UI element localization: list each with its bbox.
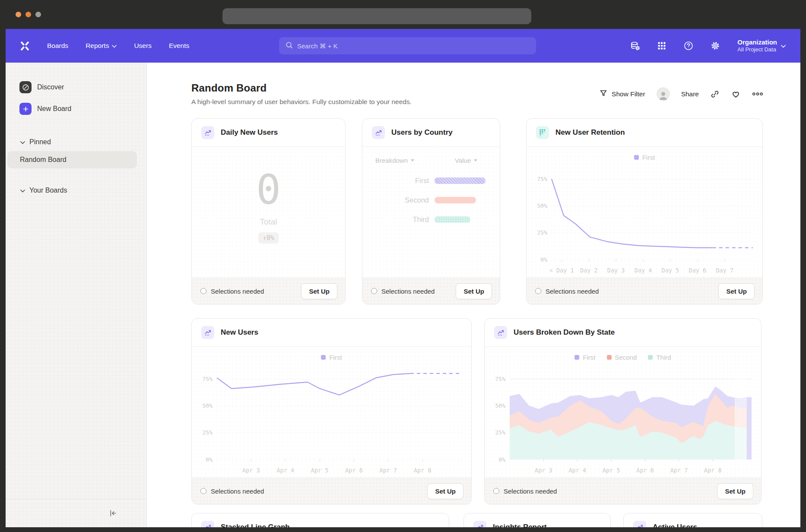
value-dropdown[interactable]: Value	[455, 157, 477, 164]
svg-text:Apr 8: Apr 8	[704, 467, 722, 474]
copy-link-icon[interactable]	[710, 89, 720, 99]
metric-label: Total	[260, 217, 277, 227]
collapse-sidebar-button[interactable]	[108, 508, 118, 518]
org-switcher[interactable]: Organization All Project Data	[737, 38, 786, 54]
legend-third: Third	[648, 354, 671, 361]
svg-text:Apr 4: Apr 4	[276, 467, 294, 474]
settings-gear-icon[interactable]	[710, 40, 721, 51]
nav-item-boards[interactable]: Boards	[47, 42, 68, 50]
search-input[interactable]	[297, 42, 530, 50]
data-management-icon[interactable]	[629, 40, 641, 51]
row-label: Second	[362, 196, 429, 204]
selections-status: Selections needed	[493, 488, 557, 495]
zoom-button[interactable]	[35, 12, 41, 17]
svg-text:25%: 25%	[537, 229, 548, 236]
set-up-button[interactable]: Set Up	[718, 283, 755, 299]
card-active-users: Active Users	[623, 513, 762, 527]
breakdown-dropdown[interactable]: Breakdown	[375, 157, 414, 164]
avatar[interactable]	[657, 87, 670, 101]
metric-change-badge: ↑0%	[258, 232, 279, 244]
svg-text:50%: 50%	[537, 203, 548, 209]
nav-item-users[interactable]: Users	[134, 42, 151, 50]
svg-text:50%: 50%	[203, 402, 213, 409]
svg-text:Apr 7: Apr 7	[380, 467, 397, 474]
mixpanel-logo-icon[interactable]	[19, 40, 31, 52]
svg-text:Apr 5: Apr 5	[311, 467, 329, 474]
card-title: Users Broken Down By State	[514, 328, 615, 337]
page-subtitle: A high-level summary of user behaviors. …	[191, 98, 412, 106]
window-titlebar	[0, 0, 806, 29]
value-bar	[435, 177, 486, 184]
card-insights-report: Insights Report	[463, 513, 611, 527]
svg-text:Apr 5: Apr 5	[603, 467, 620, 474]
favorite-heart-icon[interactable]	[731, 89, 741, 99]
help-icon[interactable]	[683, 40, 694, 51]
legend-first: First	[574, 354, 595, 361]
search-bar[interactable]	[279, 37, 536, 54]
chart-retention: 75%50%25%0%< Day 1Day 2Day 3Day 4Day 5Da…	[527, 147, 762, 278]
share-button[interactable]: Share	[681, 90, 699, 98]
set-up-button[interactable]: Set Up	[301, 283, 337, 299]
sidebar-item-label: New Board	[37, 105, 71, 113]
chart-users_by_state: 75%50%25%0%Apr 3Apr 4Apr 5Apr 6Apr 7Apr …	[485, 347, 761, 478]
svg-text:Day 7: Day 7	[716, 267, 733, 274]
line-chart-icon	[201, 521, 214, 527]
caret-down-icon	[411, 159, 414, 162]
value-bar	[435, 216, 470, 223]
set-up-button[interactable]: Set Up	[456, 283, 492, 299]
card-users-broken-down-by-state: Users Broken Down By StateFirstSecondThi…	[484, 318, 762, 504]
card-title: Active Users	[653, 523, 697, 527]
chevron-down-icon	[112, 42, 117, 50]
sidebar-item-new-board[interactable]: New Board	[19, 100, 146, 117]
more-options-icon[interactable]	[752, 91, 763, 97]
nav-item-reports[interactable]: Reports	[86, 42, 117, 50]
legend-second: Second	[607, 354, 637, 361]
nav-item-label: Reports	[86, 42, 109, 50]
filter-funnel-icon	[599, 89, 608, 99]
discover-compass-icon	[19, 81, 32, 93]
svg-text:Apr 6: Apr 6	[345, 467, 363, 474]
sidebar-section-pinned[interactable]: Pinned	[20, 138, 146, 146]
selections-status: Selections needed	[371, 288, 435, 295]
sidebar-item-label: Discover	[37, 83, 64, 91]
chart-legend: First	[527, 154, 762, 161]
caret-down-icon	[474, 159, 477, 162]
svg-text:Day 6: Day 6	[689, 267, 707, 274]
app-window: BoardsReportsUsersEvents	[6, 29, 800, 527]
main-content: Random Board A high-level summary of use…	[147, 63, 800, 527]
nav-item-events[interactable]: Events	[169, 42, 189, 50]
card-new-users: New UsersFirst75%50%25%0%Apr 3Apr 4Apr 5…	[191, 318, 472, 504]
set-up-button[interactable]: Set Up	[717, 483, 753, 499]
svg-text:Day 3: Day 3	[607, 267, 625, 274]
row-label: First	[362, 177, 429, 185]
svg-text:75%: 75%	[495, 376, 506, 382]
status-circle-icon	[200, 288, 206, 294]
org-scope: All Project Data	[737, 46, 777, 54]
show-filter-button[interactable]: Show Filter	[599, 89, 645, 99]
svg-text:Apr 3: Apr 3	[242, 467, 260, 474]
sidebar-section-your-boards[interactable]: Your Boards	[20, 187, 146, 194]
org-name: Organization	[737, 38, 777, 47]
value-bar	[435, 197, 476, 203]
line-chart-icon	[201, 126, 214, 139]
close-button[interactable]	[16, 12, 21, 17]
nav-item-label: Users	[134, 42, 151, 50]
sidebar-item-discover[interactable]: Discover	[19, 79, 146, 96]
minimize-button[interactable]	[25, 12, 31, 17]
set-up-button[interactable]: Set Up	[427, 483, 463, 499]
nav-item-label: Events	[169, 42, 189, 50]
card-title: Stacked Line Graph	[221, 523, 290, 527]
chevron-down-icon	[20, 187, 25, 194]
line-chart-icon	[201, 326, 214, 339]
status-circle-icon	[493, 488, 499, 494]
chart-legend: FirstSecondThird	[485, 354, 761, 361]
chart-legend: First	[192, 354, 471, 361]
card-new-user-retention: New User RetentionFirst75%50%25%0%< Day …	[526, 118, 763, 304]
browser-url-bar[interactable]	[222, 8, 531, 24]
status-circle-icon	[535, 288, 541, 294]
apps-grid-icon[interactable]	[656, 40, 667, 51]
sidebar-board-random-board[interactable]: Random Board	[7, 151, 137, 168]
line-chart-icon	[494, 326, 507, 339]
card-daily-new-users: Daily New Users0 Total ↑0%Selections nee…	[191, 118, 346, 304]
line-chart-icon	[372, 126, 385, 139]
